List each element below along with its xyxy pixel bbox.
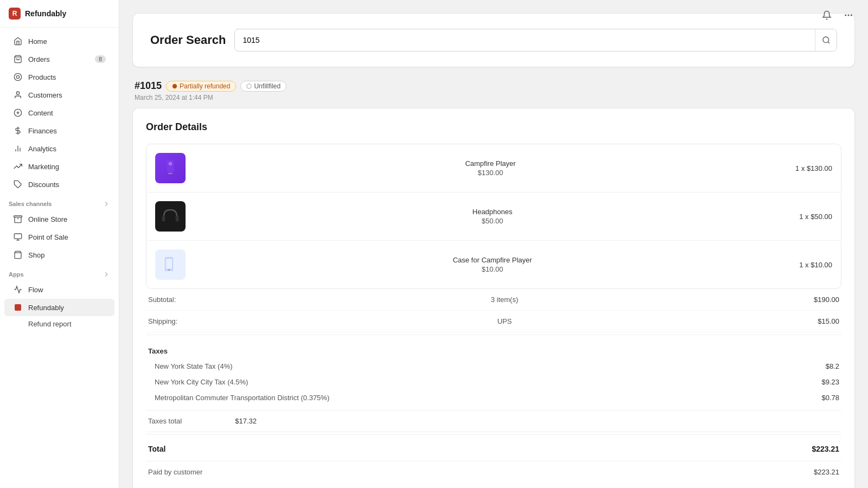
product-row: Headphones $50.00 1 x $50.00 xyxy=(146,192,841,241)
search-icon xyxy=(822,36,831,44)
subtotal-value: $190.00 xyxy=(796,296,839,304)
paid-value: $223.21 xyxy=(814,468,839,476)
case-name: Case for Campfire Player xyxy=(194,256,790,264)
campfire-player-qty: 1 x $130.00 xyxy=(795,164,832,172)
sidebar-item-analytics-label: Analytics xyxy=(28,145,56,153)
sidebar-item-orders[interactable]: Orders 8 xyxy=(4,50,114,68)
campfire-player-price: $130.00 xyxy=(194,169,787,177)
main-content: Order Search #1015 Partially refunded Un… xyxy=(119,0,868,488)
case-image xyxy=(155,249,186,280)
search-input-wrap xyxy=(234,29,837,52)
svg-rect-16 xyxy=(14,234,21,239)
svg-point-1 xyxy=(848,15,850,16)
sidebar-item-customers[interactable]: Customers xyxy=(4,86,114,104)
taxes-total-label: Taxes total xyxy=(148,417,213,425)
svg-point-32 xyxy=(168,269,170,271)
subtotal-label: Subtotal: xyxy=(148,296,213,304)
more-options-icon[interactable] xyxy=(840,7,857,24)
online-store-icon xyxy=(13,214,23,224)
order-id-row: #1015 Partially refunded Unfillfiled xyxy=(135,80,853,92)
bell-icon[interactable] xyxy=(818,7,835,24)
unfulfilled-badge: Unfillfiled xyxy=(240,81,286,92)
sidebar-item-pos[interactable]: Point of Sale xyxy=(4,228,114,246)
app-name: Refundably xyxy=(25,9,66,18)
sidebar: R Refundably Home Orders 8 Products xyxy=(0,0,119,488)
sidebar-item-content[interactable]: Content xyxy=(4,104,114,121)
headphones-name: Headphones xyxy=(194,208,790,216)
svg-rect-25 xyxy=(167,160,174,172)
subtotal-row: Subtotal: 3 item(s) $190.00 xyxy=(146,289,841,311)
sidebar-item-finances[interactable]: Finances xyxy=(4,122,114,139)
sidebar-item-discounts[interactable]: Discounts xyxy=(4,176,114,193)
svg-rect-28 xyxy=(162,216,165,222)
product-row: Campfire Player $130.00 1 x $130.00 xyxy=(146,144,841,192)
subtotal-items: 3 item(s) xyxy=(213,296,796,304)
sidebar-item-customers-label: Customers xyxy=(28,91,62,99)
sidebar-item-marketing[interactable]: Marketing xyxy=(4,158,114,175)
svg-point-2 xyxy=(851,15,852,16)
sidebar-item-analytics[interactable]: Analytics xyxy=(4,140,114,157)
campfire-player-image xyxy=(155,153,186,183)
shipping-value: $15.00 xyxy=(796,317,839,325)
product-row: Case for Campfire Player $10.00 1 x $10.… xyxy=(146,241,841,288)
campfire-player-info: Campfire Player $130.00 xyxy=(194,159,787,177)
sales-channels-section: Sales channels xyxy=(0,194,119,210)
search-input[interactable] xyxy=(235,31,815,49)
refund-report-label: Refund report xyxy=(28,320,72,328)
case-qty: 1 x $10.00 xyxy=(799,261,832,269)
sidebar-item-refundably[interactable]: Refundably xyxy=(4,299,114,316)
sidebar-item-home[interactable]: Home xyxy=(4,33,114,50)
taxes-section: Taxes New York State Tax (4%) $8.2 New Y… xyxy=(146,337,841,410)
sidebar-item-online-store[interactable]: Online Store xyxy=(4,210,114,228)
svg-point-4 xyxy=(14,73,21,80)
headphones-info: Headphones $50.00 xyxy=(194,208,790,225)
tax-city-value: $9.23 xyxy=(821,378,839,386)
case-price: $10.00 xyxy=(194,265,790,273)
partial-refund-badge: Partially refunded xyxy=(166,81,236,92)
topbar xyxy=(807,0,868,30)
svg-line-22 xyxy=(828,42,829,43)
customers-icon xyxy=(13,90,23,100)
order-id: #1015 xyxy=(135,80,162,92)
campfire-player-name: Campfire Player xyxy=(194,159,787,168)
headphones-image xyxy=(155,201,186,232)
sidebar-item-online-store-label: Online Store xyxy=(28,215,67,223)
taxes-total-row: Taxes total $17.32 xyxy=(146,410,841,432)
sidebar-sub-refund-report[interactable]: Refund report xyxy=(4,317,114,331)
svg-point-0 xyxy=(845,15,846,16)
sidebar-item-pos-label: Point of Sale xyxy=(28,233,68,241)
taxes-total-value: $17.32 xyxy=(213,417,257,425)
svg-point-6 xyxy=(16,92,19,94)
search-title: Order Search xyxy=(150,33,226,47)
grand-total-value: $223.21 xyxy=(812,445,839,453)
search-button[interactable] xyxy=(815,29,837,51)
unfulfilled-badge-icon xyxy=(246,84,252,89)
sidebar-item-products-label: Products xyxy=(28,73,56,81)
tax-state-value: $8.2 xyxy=(826,362,839,370)
sidebar-item-shop[interactable]: Shop xyxy=(4,246,114,264)
sidebar-item-shop-label: Shop xyxy=(28,251,44,259)
tax-metro-label: Metropolitan Commuter Transportation Dis… xyxy=(155,394,821,402)
sidebar-item-flow-label: Flow xyxy=(28,286,43,294)
sidebar-item-flow[interactable]: Flow xyxy=(4,281,114,298)
svg-rect-31 xyxy=(166,259,172,269)
svg-point-23 xyxy=(173,84,177,88)
svg-point-21 xyxy=(823,37,829,43)
svg-point-24 xyxy=(247,84,251,88)
shipping-label: Shipping: xyxy=(148,317,213,325)
taxes-header: Taxes xyxy=(146,342,841,358)
search-card: Order Search xyxy=(132,13,855,67)
orders-icon xyxy=(13,54,23,64)
apps-section: Apps xyxy=(0,264,119,280)
sidebar-item-marketing-label: Marketing xyxy=(28,163,59,171)
sidebar-item-products[interactable]: Products xyxy=(4,68,114,86)
app-logo: R xyxy=(9,8,21,20)
grand-total-label: Total xyxy=(148,445,812,453)
analytics-icon xyxy=(13,144,23,153)
finances-icon xyxy=(13,126,23,136)
sidebar-header: R Refundably xyxy=(0,0,119,28)
shipping-carrier: UPS xyxy=(213,317,796,325)
flow-icon xyxy=(13,285,23,294)
pos-icon xyxy=(13,232,23,242)
shop-icon xyxy=(13,250,23,260)
